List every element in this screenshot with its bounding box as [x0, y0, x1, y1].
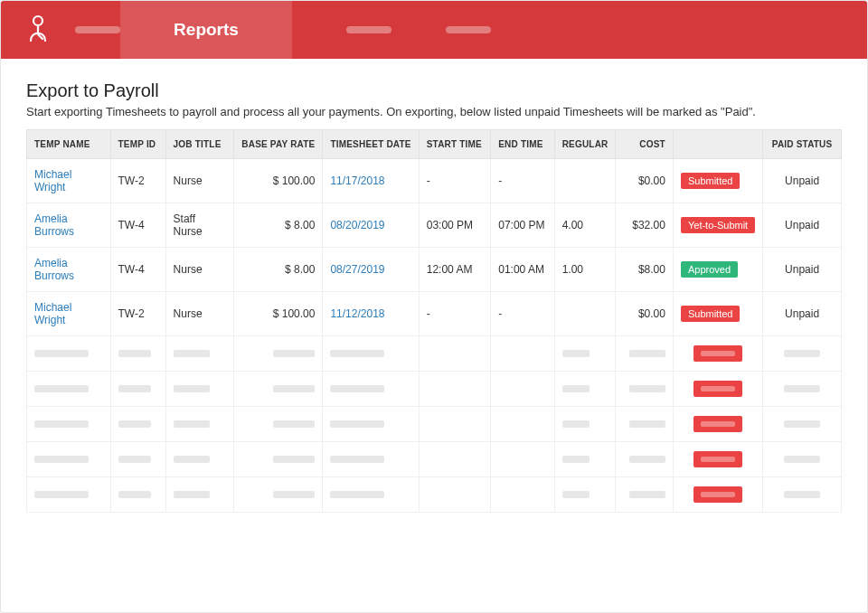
col-base-rate[interactable]: BASE PAY RATE [234, 130, 323, 159]
text-placeholder [629, 385, 665, 392]
col-ts-date[interactable]: TIMESHEET DATE [323, 130, 419, 159]
col-start-time[interactable]: START TIME [419, 130, 491, 159]
cell-regular: 4.00 [554, 203, 616, 248]
cell-start-time: - [419, 159, 491, 203]
cell-base-rate: $ 100.00 [234, 292, 323, 336]
text-placeholder [562, 385, 590, 392]
table-row[interactable]: Michael WrightTW-2Nurse$ 100.0011/12/201… [27, 292, 842, 336]
cell-placeholder [763, 477, 842, 513]
cell-placeholder [234, 336, 323, 372]
text-placeholder [784, 385, 820, 392]
status-badge-placeholder [693, 416, 742, 432]
text-placeholder [629, 420, 665, 428]
status-badge-placeholder [693, 451, 742, 467]
cell-placeholder [234, 442, 323, 477]
col-temp-name[interactable]: TEMP NAME [27, 130, 111, 159]
cell-placeholder [616, 372, 673, 407]
table-row[interactable]: Michael WrightTW-2Nurse$ 100.0011/17/201… [27, 159, 842, 203]
cell-temp-name[interactable]: Amelia Burrows [27, 248, 111, 292]
cell-placeholder [673, 477, 762, 513]
text-placeholder [118, 491, 151, 498]
cell-ts-date[interactable]: 11/17/2018 [323, 159, 419, 203]
table-row[interactable]: Amelia BurrowsTW-4Staff Nurse$ 8.0008/20… [27, 203, 842, 248]
timesheet-date-link[interactable]: 11/17/2018 [330, 174, 384, 187]
status-badge: Submitted [681, 306, 741, 322]
header-left [1, 14, 120, 45]
cell-temp-id: TW-2 [110, 292, 165, 336]
cell-placeholder [673, 407, 762, 442]
cell-placeholder [419, 336, 491, 372]
text-placeholder [330, 385, 384, 392]
text-placeholder [273, 385, 315, 392]
cell-ts-date[interactable]: 08/20/2019 [323, 203, 419, 248]
table-row-placeholder [27, 336, 842, 372]
app-header: Reports [1, 1, 867, 59]
cell-placeholder [27, 336, 111, 372]
text-placeholder [118, 385, 151, 392]
text-placeholder [273, 456, 315, 463]
text-placeholder [174, 350, 210, 357]
cell-cost: $0.00 [616, 159, 673, 203]
svg-point-0 [33, 16, 42, 25]
text-placeholder [34, 420, 89, 428]
cell-temp-name[interactable]: Michael Wright [27, 292, 111, 336]
cell-placeholder [27, 372, 111, 407]
status-badge-placeholder [693, 345, 742, 362]
table-row[interactable]: Amelia BurrowsTW-4Nurse$ 8.0008/27/20191… [27, 248, 842, 292]
cell-paid-status: Unpaid [763, 159, 842, 203]
col-job-title[interactable]: JOB TITLE [165, 130, 234, 159]
cell-end-time: 07:00 PM [491, 203, 554, 248]
timesheet-date-link[interactable]: 11/12/2018 [330, 307, 384, 320]
col-regular[interactable]: REGULAR [554, 130, 616, 159]
temp-name-link[interactable]: Amelia Burrows [34, 257, 74, 282]
cell-temp-name[interactable]: Michael Wright [27, 159, 111, 203]
col-temp-id[interactable]: TEMP ID [110, 130, 165, 159]
cell-placeholder [110, 372, 165, 407]
timesheet-date-link[interactable]: 08/20/2019 [330, 219, 384, 231]
nav-item-placeholder-1[interactable] [75, 26, 120, 33]
cell-placeholder [419, 477, 491, 513]
cell-placeholder [763, 372, 842, 407]
cell-temp-id: TW-2 [110, 159, 165, 203]
status-badge: Submitted [681, 173, 741, 189]
text-placeholder [330, 420, 384, 428]
tab-reports[interactable]: Reports [120, 1, 292, 59]
nav-item-placeholder-3[interactable] [446, 26, 491, 33]
col-paid-status[interactable]: PAID STATUS [763, 130, 842, 159]
temp-name-link[interactable]: Michael Wright [34, 168, 71, 193]
col-end-time[interactable]: END TIME [491, 130, 554, 159]
cell-placeholder [491, 336, 554, 372]
cell-job-title: Staff Nurse [165, 203, 234, 248]
status-badge: Approved [681, 261, 738, 278]
temp-name-link[interactable]: Michael Wright [34, 301, 71, 326]
col-status[interactable] [673, 130, 762, 159]
cell-placeholder [165, 372, 234, 407]
cell-end-time: - [491, 292, 554, 336]
cell-cost: $8.00 [616, 248, 673, 292]
cell-placeholder [323, 442, 419, 477]
cell-status: Submitted [673, 159, 762, 203]
cell-placeholder [419, 442, 491, 477]
table-row-placeholder [27, 477, 842, 513]
timesheet-date-link[interactable]: 08/27/2019 [330, 263, 384, 276]
text-placeholder [330, 350, 384, 357]
cell-placeholder [554, 442, 616, 477]
cell-placeholder [616, 336, 673, 372]
cell-placeholder [323, 336, 419, 372]
col-cost[interactable]: COST [616, 130, 673, 159]
cell-temp-name[interactable]: Amelia Burrows [27, 203, 111, 248]
cell-job-title: Nurse [165, 292, 234, 336]
text-placeholder [330, 456, 384, 463]
header-right-tabs [292, 26, 491, 33]
text-placeholder [784, 491, 820, 498]
cell-placeholder [27, 477, 111, 513]
cell-ts-date[interactable]: 08/27/2019 [323, 248, 419, 292]
cell-placeholder [27, 407, 111, 442]
cell-placeholder [165, 407, 234, 442]
cell-ts-date[interactable]: 11/12/2018 [323, 292, 419, 336]
cell-placeholder [165, 442, 234, 477]
cell-temp-id: TW-4 [110, 203, 165, 248]
nav-item-placeholder-2[interactable] [346, 26, 392, 33]
temp-name-link[interactable]: Amelia Burrows [34, 212, 74, 238]
cell-placeholder [491, 477, 554, 513]
